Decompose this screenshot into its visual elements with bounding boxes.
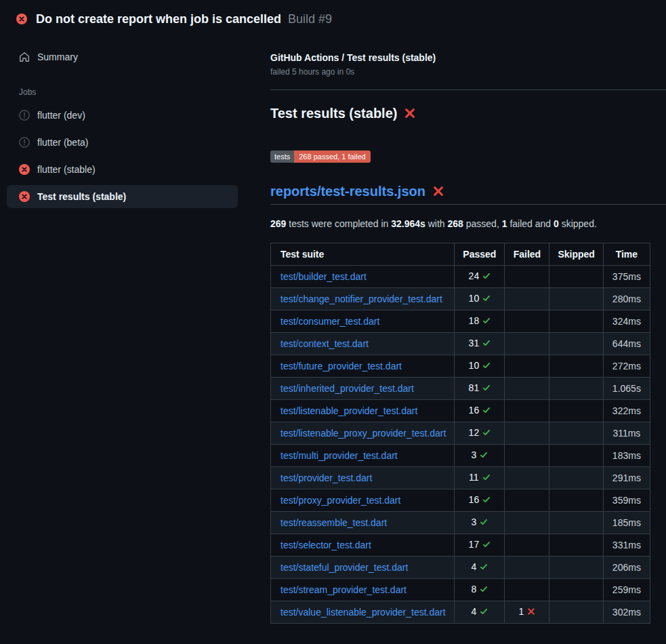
job-label: flutter (dev) (37, 110, 85, 121)
test-suite-link[interactable]: test/builder_test.dart (280, 271, 367, 282)
passed-cell: 12 (455, 422, 505, 444)
column-header: Failed (505, 243, 549, 265)
failed-cell (505, 355, 549, 377)
check-icon (480, 562, 488, 573)
skipped-cell (549, 265, 603, 287)
failed-cell (505, 578, 549, 601)
skipped-cell (549, 578, 603, 601)
jobs-heading: Jobs (7, 73, 238, 104)
time-cell: 375ms (603, 265, 650, 287)
main-content: GitHub Actions / Test results (stable) f… (254, 35, 666, 624)
failed-cell (505, 489, 549, 511)
check-icon (482, 495, 491, 506)
badge-value: 268 passed, 1 failed (294, 150, 370, 163)
sidebar-job-item[interactable]: Test results (stable) (7, 185, 238, 208)
passed-cell: 10 (455, 287, 505, 310)
sidebar-job-item[interactable]: flutter (stable) (7, 158, 238, 181)
skipped-cell (549, 556, 603, 578)
passed-cell: 16 (455, 399, 505, 422)
test-suite-link[interactable]: test/consumer_test.dart (280, 316, 379, 327)
test-suite-link[interactable]: test/value_listenable_provider_test.dart (280, 607, 446, 618)
section-title: Test results (stable) (270, 105, 666, 121)
check-icon (482, 540, 491, 550)
check-icon (480, 450, 488, 461)
page-title: Do not create report when job is cancell… (36, 12, 281, 26)
tests-badge: tests 268 passed, 1 failed (270, 150, 371, 163)
test-suite-link[interactable]: test/inherited_provider_test.dart (280, 383, 414, 394)
home-icon (19, 52, 30, 62)
test-suite-link[interactable]: test/provider_test.dart (280, 472, 372, 483)
passed-cell: 17 (455, 534, 505, 556)
sidebar-jobs-list: flutter (dev)flutter (beta)flutter (stab… (7, 104, 238, 208)
x-circle-fill-icon (19, 164, 30, 175)
passed-cell: 3 (455, 444, 505, 466)
run-title: GitHub Actions / Test results (stable) (270, 52, 666, 63)
check-icon (482, 472, 491, 483)
skipped-cell (549, 534, 603, 556)
table-row: test/listenable_proxy_provider_test.dart… (271, 422, 650, 444)
skipped-cell (549, 511, 603, 534)
test-suite-link[interactable]: test/context_test.dart (280, 338, 369, 349)
table-header-row: Test suitePassedFailedSkippedTime (271, 243, 650, 265)
table-row: test/value_listenable_provider_test.dart… (271, 601, 650, 623)
skipped-cell (549, 601, 603, 623)
failed-cell (505, 422, 549, 444)
failed-cell (505, 287, 549, 310)
test-suite-link[interactable]: test/selector_test.dart (280, 540, 371, 550)
table-row: test/proxy_provider_test.dart16359ms (271, 489, 650, 511)
table-row: test/selector_test.dart17331ms (271, 534, 650, 556)
skipped-cell (549, 422, 603, 444)
check-icon (482, 383, 491, 394)
time-cell: 185ms (603, 511, 650, 534)
test-suite-link[interactable]: test/proxy_provider_test.dart (280, 495, 400, 506)
failed-cell (505, 534, 549, 556)
table-row: test/stateful_provider_test.dart4206ms (271, 556, 650, 578)
sidebar-item-summary[interactable]: Summary (7, 45, 238, 68)
column-header: Skipped (549, 243, 603, 265)
check-icon (482, 294, 491, 304)
test-suite-link[interactable]: test/stateful_provider_test.dart (280, 562, 408, 573)
failed-cell (505, 511, 549, 534)
summary-label: Summary (37, 52, 78, 62)
test-suite-link[interactable]: test/change_notifier_provider_test.dart (280, 294, 442, 304)
test-suite-link[interactable]: test/listenable_provider_test.dart (280, 405, 417, 416)
passed-cell: 18 (455, 310, 505, 332)
passed-cell: 3 (455, 511, 505, 534)
sidebar-job-item[interactable]: flutter (beta) (7, 131, 238, 154)
report-file-heading: reports/test-results.json (270, 183, 666, 205)
skipped-cell (549, 287, 603, 310)
skipped-cell (549, 355, 603, 377)
test-suite-link[interactable]: test/multi_provider_test.dart (280, 450, 398, 461)
sidebar-job-item[interactable]: flutter (dev) (7, 104, 238, 127)
report-file-link[interactable]: reports/test-results.json (270, 183, 425, 199)
time-cell: 324ms (603, 310, 650, 332)
passed-cell: 4 (455, 556, 505, 578)
test-suite-link[interactable]: test/future_provider_test.dart (280, 361, 402, 371)
failed-cell (505, 265, 549, 287)
passed-cell: 8 (455, 578, 505, 601)
check-run-header: Do not create report when job is cancell… (0, 0, 666, 35)
check-icon (482, 405, 491, 416)
passed-cell: 4 (455, 601, 505, 623)
time-cell: 644ms (603, 332, 650, 355)
skipped-cell (549, 399, 603, 422)
test-suite-link[interactable]: test/stream_provider_test.dart (280, 584, 407, 595)
table-row: test/provider_test.dart11291ms (271, 466, 650, 489)
time-cell: 331ms (603, 534, 650, 556)
failed-cell (505, 444, 549, 466)
test-suite-link[interactable]: test/reassemble_test.dart (280, 517, 387, 528)
divider (270, 89, 666, 90)
summary-line: 269 tests were completed in 32.964s with… (270, 218, 666, 230)
table-row: test/builder_test.dart24375ms (271, 265, 650, 287)
passed-cell: 24 (455, 265, 505, 287)
x-circle-fill-icon (19, 191, 30, 202)
failed-cell (505, 332, 549, 355)
skipped-cell (549, 466, 603, 489)
time-cell: 183ms (603, 444, 650, 466)
test-suite-link[interactable]: test/listenable_proxy_provider_test.dart (280, 428, 446, 439)
time-cell: 259ms (603, 578, 650, 601)
table-row: test/context_test.dart31644ms (271, 332, 650, 355)
x-circle-fill-icon (16, 14, 27, 24)
failed-cell (505, 399, 549, 422)
table-row: test/reassemble_test.dart3185ms (271, 511, 650, 534)
